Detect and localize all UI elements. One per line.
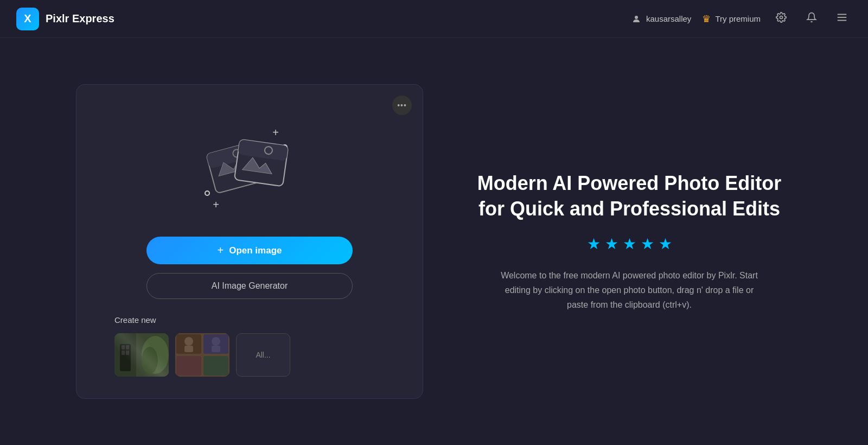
info-title: Modern AI Powered Photo Editor for Quick… — [467, 171, 792, 222]
svg-point-8 — [205, 191, 209, 195]
svg-point-22 — [142, 336, 169, 374]
svg-text:+: + — [272, 126, 279, 138]
menu-button[interactable] — [832, 9, 852, 29]
header: X Pixlr Express kausarsalley ♛ Try premi… — [0, 0, 868, 38]
template-1-image — [114, 333, 169, 377]
premium-label: Try premium — [715, 14, 761, 23]
svg-rect-19 — [126, 345, 129, 349]
star-1: ★ — [587, 235, 601, 253]
logo-area: X Pixlr Express — [16, 8, 114, 30]
star-4: ★ — [641, 235, 654, 253]
open-image-button[interactable]: + Open image — [146, 237, 353, 264]
more-icon: ••• — [397, 101, 407, 110]
logo-icon: X — [16, 8, 39, 30]
svg-rect-20 — [122, 351, 125, 355]
stars-row: ★ ★ ★ ★ ★ — [587, 235, 672, 253]
svg-text:+: + — [213, 199, 219, 211]
notification-button[interactable] — [802, 9, 821, 29]
svg-point-29 — [184, 337, 193, 346]
ai-generator-button[interactable]: AI Image Generator — [146, 273, 353, 299]
header-right: kausarsalley ♛ Try premium — [631, 9, 852, 29]
svg-rect-28 — [203, 356, 228, 376]
svg-rect-18 — [122, 345, 125, 349]
star-3: ★ — [623, 235, 636, 253]
star-2: ★ — [605, 235, 618, 253]
template-all-button[interactable]: All... — [236, 333, 290, 377]
main-content: ••• + + — [0, 38, 868, 445]
premium-button[interactable]: ♛ Try premium — [702, 13, 761, 25]
info-description: Welcome to the free modern AI powered ph… — [499, 268, 760, 313]
star-5: ★ — [659, 235, 672, 253]
user-icon — [631, 14, 642, 24]
notification-icon — [806, 12, 817, 26]
template-thumb-2[interactable] — [175, 333, 229, 377]
template-2-image — [175, 333, 229, 377]
upload-illustration: + + — [195, 117, 304, 215]
svg-rect-30 — [184, 346, 193, 352]
upload-card: ••• + + — [76, 84, 423, 399]
svg-rect-21 — [126, 351, 129, 355]
template-all-label: All... — [256, 351, 270, 359]
svg-rect-16 — [114, 333, 136, 377]
settings-icon — [776, 12, 787, 26]
open-image-label: Open image — [229, 245, 282, 256]
create-new-label: Create new — [114, 315, 401, 325]
more-options-button[interactable]: ••• — [392, 96, 412, 115]
svg-point-23 — [142, 347, 158, 374]
settings-button[interactable] — [771, 9, 791, 29]
svg-rect-32 — [212, 346, 220, 352]
plus-icon: + — [218, 244, 224, 257]
username: kausarsalley — [646, 14, 691, 23]
template-row: All... — [114, 333, 401, 377]
ai-generator-label: AI Image Generator — [212, 281, 288, 291]
app-title: Pixlr Express — [46, 12, 114, 25]
user-menu[interactable]: kausarsalley — [631, 14, 691, 24]
svg-point-1 — [780, 16, 783, 19]
svg-point-31 — [212, 337, 220, 346]
svg-point-0 — [635, 16, 638, 19]
illustration-area: + + — [195, 117, 304, 215]
svg-rect-17 — [120, 344, 131, 371]
crown-icon: ♛ — [702, 13, 711, 25]
svg-rect-27 — [176, 356, 201, 376]
template-thumb-1[interactable] — [114, 333, 169, 377]
svg-rect-15 — [114, 333, 169, 377]
hamburger-icon — [836, 11, 848, 26]
info-panel: Modern AI Powered Photo Editor for Quick… — [467, 171, 792, 312]
